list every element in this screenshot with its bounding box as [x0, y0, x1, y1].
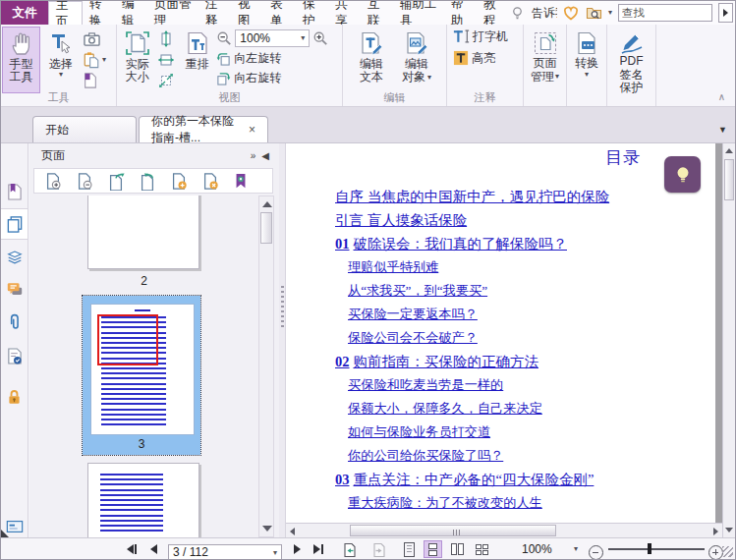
- rotate-right-button[interactable]: 向右旋转: [216, 69, 340, 86]
- scroll-left-icon[interactable]: [290, 528, 295, 535]
- zoom-percentage[interactable]: 100%: [522, 538, 552, 559]
- signatures-panel-button[interactable]: [1, 341, 28, 370]
- scroll-down-icon[interactable]: [262, 526, 272, 532]
- thumbnail-page-3-selected[interactable]: 3: [83, 296, 200, 455]
- toc-link[interactable]: 引言 盲人摸象话保险: [335, 211, 609, 235]
- zoom-in-button[interactable]: [708, 542, 723, 560]
- splitter-handle[interactable]: [281, 286, 284, 329]
- menu-tab[interactable]: 转换: [83, 1, 115, 25]
- panel-collapse-icon[interactable]: ◀: [261, 150, 279, 161]
- fit-width-button[interactable]: [158, 50, 178, 69]
- pdf-page[interactable]: 目录 自序 当焦虑的中国新中产，遇见拧巴的保险 引言 盲人摸象话保险 01破除误…: [286, 143, 715, 525]
- toc-link[interactable]: 01破除误会：我们真的了解保险吗？: [335, 235, 609, 258]
- select-tool-button[interactable]: 选择 ▾: [42, 28, 80, 92]
- page-number-field[interactable]: ▾: [168, 541, 282, 560]
- single-page-view-button[interactable]: [400, 540, 419, 558]
- previous-view-button[interactable]: [341, 538, 357, 559]
- convert-button[interactable]: 转换 ▾: [569, 28, 604, 104]
- toc-link[interactable]: 02购前指南：买保险的正确方法: [335, 353, 609, 376]
- tab-document[interactable]: 你的第一本保险指南-槽... ×: [139, 116, 268, 142]
- zoom-caret-icon[interactable]: ▾: [574, 538, 578, 559]
- menu-tab[interactable]: 教程: [477, 1, 509, 25]
- bookmarks-panel-button[interactable]: [1, 177, 28, 206]
- menu-tab[interactable]: 视图: [231, 1, 263, 25]
- facing-view-button[interactable]: [448, 540, 467, 558]
- thumbnail-zoom-out-button[interactable]: [76, 172, 93, 191]
- rotate-page-left-button[interactable]: [107, 172, 125, 191]
- insert-page-button[interactable]: [170, 172, 188, 191]
- next-page-button[interactable]: [294, 538, 301, 559]
- thumbnail-page-4[interactable]: [87, 463, 199, 537]
- toc-link[interactable]: 如何与保险业务员打交道: [335, 423, 609, 447]
- zoom-out-button[interactable]: [216, 30, 232, 46]
- last-page-button[interactable]: [313, 538, 323, 559]
- comments-panel-button[interactable]: [1, 274, 28, 304]
- clipboard-button[interactable]: ▾: [83, 50, 112, 69]
- pdf-sign-button[interactable]: PDF 签名 保护: [609, 28, 653, 104]
- menu-tab[interactable]: 互联: [361, 1, 393, 25]
- snapshot-button[interactable]: [83, 29, 112, 48]
- security-panel-button[interactable]: [1, 382, 28, 412]
- continuous-view-button[interactable]: [424, 540, 442, 558]
- toc-link[interactable]: 从“求我买”，到“我要买”: [335, 282, 609, 306]
- thumbnail-scrollbar[interactable]: [258, 196, 274, 537]
- attachments-panel-button[interactable]: [1, 308, 28, 337]
- edit-text-button[interactable]: 编辑 文本: [351, 28, 392, 92]
- continuous-facing-view-button[interactable]: [473, 540, 491, 558]
- toc-link[interactable]: 买保险和吃麦当劳是一样的: [335, 376, 609, 400]
- scroll-up-icon[interactable]: [725, 148, 733, 153]
- fit-page-button[interactable]: [158, 29, 178, 48]
- zoom-in-button[interactable]: [312, 30, 328, 46]
- blank-page-button[interactable]: [83, 71, 112, 89]
- tell-me-label[interactable]: 告诉我: [532, 5, 557, 22]
- ribbon-collapse-button[interactable]: ∧: [718, 91, 725, 102]
- assistant-bulb-button[interactable]: [664, 156, 701, 193]
- zoom-slider-thumb[interactable]: [648, 543, 651, 554]
- folder-search-caret-icon[interactable]: ▾: [608, 9, 612, 17]
- toc-link[interactable]: 理赔似乎特别难: [335, 258, 609, 282]
- menu-tab[interactable]: 帮助: [444, 1, 477, 25]
- file-menu-button[interactable]: 文件: [1, 1, 48, 25]
- page-display-options-button[interactable]: [233, 172, 249, 191]
- page-manage-button[interactable]: 页面 管理▾: [526, 28, 564, 104]
- toc-link[interactable]: 保额大小，保障多久，自己来决定: [335, 400, 609, 423]
- scroll-thumb[interactable]: [350, 525, 556, 536]
- menu-tab[interactable]: 页面管理: [147, 1, 198, 25]
- scroll-thumb[interactable]: [260, 212, 272, 244]
- folder-search-icon[interactable]: [586, 5, 602, 22]
- vertical-scrollbar[interactable]: [722, 143, 735, 537]
- delete-page-button[interactable]: [201, 172, 219, 191]
- rotate-left-button[interactable]: 向左旋转: [216, 49, 340, 67]
- menu-tab[interactable]: 共享: [328, 1, 361, 25]
- tab-close-icon[interactable]: ×: [249, 123, 255, 137]
- zoom-out-button[interactable]: [589, 542, 603, 560]
- typewriter-button[interactable]: 打字机: [453, 28, 521, 45]
- layers-panel-button[interactable]: [1, 242, 28, 271]
- pages-panel-button[interactable]: [1, 208, 28, 240]
- toc-link[interactable]: 03重点关注：中产必备的“四大保险金刚”: [335, 471, 609, 494]
- find-go-button[interactable]: [718, 3, 733, 23]
- menu-tab[interactable]: 编辑: [115, 1, 147, 25]
- page-view-indicator[interactable]: [97, 314, 158, 365]
- hand-tool-button[interactable]: 手型 工具: [3, 28, 39, 92]
- next-view-button[interactable]: [370, 538, 386, 559]
- find-input[interactable]: [618, 4, 712, 22]
- thumbnail-zoom-in-button[interactable]: [44, 172, 62, 191]
- reflow-button[interactable]: 重排: [181, 28, 213, 92]
- previous-page-button[interactable]: [150, 538, 157, 559]
- toc-link[interactable]: 保险公司会不会破产？: [335, 329, 609, 353]
- rotate-page-right-button[interactable]: [139, 172, 156, 191]
- tell-me-bulb-icon[interactable]: [509, 5, 526, 22]
- scroll-down-icon[interactable]: [725, 528, 733, 532]
- heart-icon[interactable]: [563, 5, 580, 22]
- panel-corner-handle[interactable]: [1, 530, 9, 537]
- toc-link[interactable]: 自序 当焦虑的中国新中产，遇见拧巴的保险: [335, 188, 609, 211]
- zoom-level-combo[interactable]: 100% ▾: [235, 29, 310, 47]
- page-number-input[interactable]: [168, 544, 282, 560]
- scroll-right-icon[interactable]: [713, 528, 718, 535]
- menu-tab[interactable]: 辅助工具: [393, 1, 444, 25]
- scroll-thumb[interactable]: [724, 159, 734, 200]
- panel-expand-icon[interactable]: »: [245, 150, 262, 161]
- actual-size-button[interactable]: 实际 大小: [119, 28, 155, 92]
- tab-list-button[interactable]: ▼: [718, 125, 727, 135]
